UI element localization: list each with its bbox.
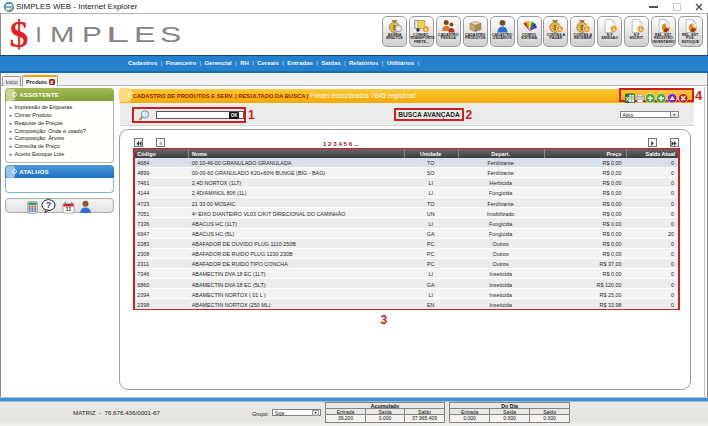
svg-text:X: X [626, 96, 630, 102]
svg-text:11: 11 [66, 206, 72, 212]
svg-text:?: ? [46, 199, 51, 209]
